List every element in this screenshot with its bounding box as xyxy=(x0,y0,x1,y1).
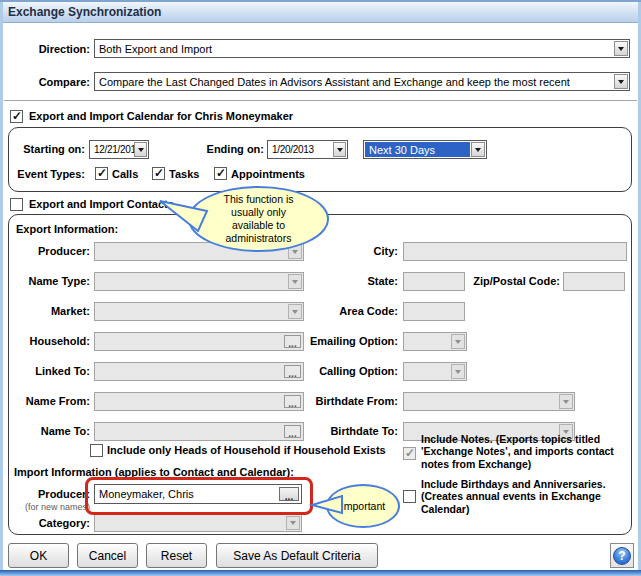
ending-date-select[interactable]: 1/20/2013 xyxy=(267,140,348,159)
ok-button[interactable]: OK xyxy=(8,543,69,568)
export-calling-option-select xyxy=(403,362,467,381)
callout-tail xyxy=(306,492,348,518)
export-emailing-option-select xyxy=(403,332,467,351)
calendar-groupbox xyxy=(8,127,632,192)
chevron-down-icon xyxy=(134,142,147,157)
callout-tail xyxy=(155,193,215,238)
include-notes-checkbox xyxy=(403,447,416,460)
import-producer-note: (for new names) xyxy=(0,502,90,512)
export-state-input xyxy=(403,272,465,291)
reset-button[interactable]: Reset xyxy=(146,543,207,568)
tasks-checkbox[interactable] xyxy=(152,167,165,180)
chevron-down-icon xyxy=(451,334,465,349)
export-birthdate-from-label: Birthdate From: xyxy=(250,395,398,407)
window-frame-bottom xyxy=(0,570,641,576)
import-producer-value: Moneymaker, Chris xyxy=(95,485,281,503)
chevron-down-icon xyxy=(614,74,628,89)
compare-select[interactable]: Compare the Last Changed Dates in Adviso… xyxy=(94,72,630,91)
date-range-select[interactable]: Next 30 Days xyxy=(363,140,487,159)
save-default-button[interactable]: Save As Default Criteria xyxy=(216,543,378,568)
tasks-label: Tasks xyxy=(169,168,199,180)
import-producer-input[interactable]: Moneymaker, Chris ... xyxy=(94,484,302,504)
import-producer-lookup-button[interactable]: ... xyxy=(279,487,299,501)
ending-date-value: 1/20/2013 xyxy=(268,141,333,158)
export-birthdate-from-select xyxy=(403,392,575,411)
import-category-label: Category: xyxy=(0,517,90,529)
exchange-sync-dialog: Exchange Synchronization Direction: Both… xyxy=(0,0,641,576)
export-market-label: Market: xyxy=(0,305,90,317)
heads-of-household-label: Include only Heads of Household if House… xyxy=(107,444,386,456)
export-calling-option-label: Calling Option: xyxy=(250,365,398,377)
compare-label: Compare: xyxy=(0,76,90,88)
appointments-label: Appointments xyxy=(231,168,305,180)
cancel-button[interactable]: Cancel xyxy=(77,543,138,568)
export-information-title: Export Information: xyxy=(16,223,118,235)
export-name-to-label: Name To: xyxy=(0,425,90,437)
export-zip-label: Zip/Postal Code: xyxy=(460,275,560,287)
calendar-checkbox[interactable] xyxy=(10,110,23,123)
question-icon: ? xyxy=(613,547,631,565)
window-frame-top xyxy=(0,0,641,2)
direction-select[interactable]: Both Export and Import xyxy=(94,39,630,58)
import-information-title: Import Information (applies to Contact a… xyxy=(14,466,294,478)
window-title: Exchange Synchronization xyxy=(8,5,161,19)
starting-on-label: Starting on: xyxy=(0,143,85,155)
starting-date-select[interactable]: 12/21/2012 xyxy=(89,140,149,159)
event-types-label: Event Types: xyxy=(0,168,85,180)
import-category-select xyxy=(94,514,302,532)
calls-checkbox[interactable] xyxy=(95,167,108,180)
contacts-checkbox[interactable] xyxy=(10,198,23,211)
export-name-from-label: Name From: xyxy=(0,395,90,407)
export-birthdate-to-label: Birthdate To: xyxy=(250,425,398,437)
help-button[interactable]: ? xyxy=(610,543,634,568)
calendar-checkbox-label: Export and Import Calendar for Chris Mon… xyxy=(29,110,293,122)
date-range-value: Next 30 Days xyxy=(365,142,470,157)
starting-date-value: 12/21/2012 xyxy=(90,141,134,158)
export-producer-label: Producer: xyxy=(0,245,90,257)
divider xyxy=(4,100,637,102)
export-emailing-option-label: Emailing Option: xyxy=(250,335,398,347)
export-area-code-input xyxy=(403,302,465,321)
include-birthdays-checkbox[interactable] xyxy=(403,490,416,503)
include-birthdays-label: Include Birthdays and Anniversaries. (Cr… xyxy=(421,478,630,515)
chevron-down-icon xyxy=(614,41,628,56)
include-notes-label: Include Notes. (Exports topics titled 'E… xyxy=(421,433,630,470)
heads-of-household-checkbox[interactable] xyxy=(90,444,103,457)
export-linked-to-label: Linked To: xyxy=(0,365,90,377)
compare-value: Compare the Last Changed Dates in Adviso… xyxy=(95,73,613,90)
direction-label: Direction: xyxy=(0,43,90,55)
calls-label: Calls xyxy=(112,168,138,180)
contacts-checkbox-label: Export and Import Contacts xyxy=(29,198,174,210)
export-area-code-label: Area Code: xyxy=(250,305,398,317)
export-name-type-label: Name Type: xyxy=(0,275,90,287)
import-producer-label: Producer: xyxy=(0,488,90,500)
direction-value: Both Export and Import xyxy=(95,40,613,57)
export-city-input xyxy=(403,242,627,261)
chevron-down-icon xyxy=(286,516,300,530)
export-state-label: State: xyxy=(250,275,398,287)
export-zip-input xyxy=(563,272,625,291)
ending-on-label: Ending on: xyxy=(180,143,264,155)
chevron-down-icon xyxy=(559,394,573,409)
export-household-label: Household: xyxy=(0,335,90,347)
appointments-checkbox[interactable] xyxy=(214,167,227,180)
chevron-down-icon xyxy=(333,142,346,157)
chevron-down-icon xyxy=(471,142,485,157)
title-bar: Exchange Synchronization xyxy=(1,2,640,23)
chevron-down-icon xyxy=(451,364,465,379)
